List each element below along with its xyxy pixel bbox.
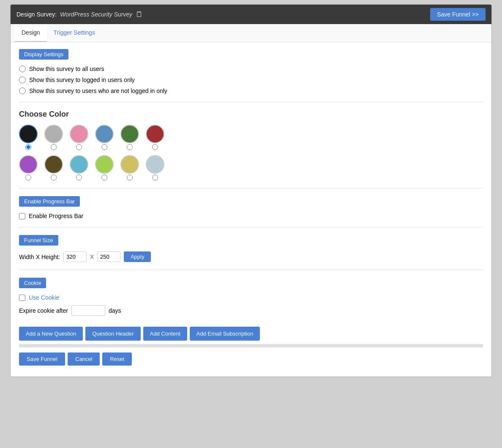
color-radio-black[interactable] xyxy=(25,144,31,150)
save-funnel-button[interactable]: Save Funnel >> xyxy=(430,8,486,21)
color-radio-lime[interactable] xyxy=(101,175,107,180)
funnel-size-row: Width X Height: X Apply xyxy=(19,251,483,262)
color-grid xyxy=(19,125,483,180)
titlebar-prefix: Design Survey: xyxy=(16,11,57,18)
tabs-bar: Design Trigger Settings xyxy=(11,24,491,42)
radio-option-logged-in: Show this survey to logged in users only xyxy=(19,76,483,83)
display-settings-header: Display Settings xyxy=(19,49,68,60)
color-radio-gray[interactable] xyxy=(51,144,57,150)
radio-option-not-logged-in: Show this survey to users who are not lo… xyxy=(19,87,483,94)
progress-bar-checkbox-option: Enable Progress Bar xyxy=(19,213,483,219)
divider-4 xyxy=(19,270,483,270)
color-swatch-light-blue xyxy=(70,155,88,180)
color-circle-lime[interactable] xyxy=(95,155,114,174)
color-circle-yellow[interactable] xyxy=(120,155,139,174)
color-radio-green[interactable] xyxy=(127,144,133,150)
funnel-size-header: Funnel Size xyxy=(19,235,58,246)
radio-option-all-users: Show this survey to all users xyxy=(19,66,483,72)
color-swatch-blue xyxy=(95,125,114,150)
color-circle-light-blue[interactable] xyxy=(70,155,88,174)
apply-button[interactable]: Apply xyxy=(124,251,151,262)
color-circle-green[interactable] xyxy=(120,125,139,143)
color-circle-gray[interactable] xyxy=(44,125,63,143)
cookie-header: Cookie xyxy=(19,278,46,288)
funnel-size-label: Width X Height: xyxy=(19,254,60,260)
color-radio-light-gray[interactable] xyxy=(152,175,158,180)
titlebar-left: Design Survey: WordPress Security Survey… xyxy=(16,10,143,19)
use-cookie-label[interactable]: Use Cookie xyxy=(29,294,59,301)
save-funnel-footer-button[interactable]: Save Funnel xyxy=(19,352,65,366)
color-circle-black[interactable] xyxy=(19,125,38,143)
color-radio-blue[interactable] xyxy=(101,144,107,150)
color-radio-pink[interactable] xyxy=(76,144,82,150)
enable-progress-bar-header: Enable Progress Bar xyxy=(19,196,80,207)
divider-2 xyxy=(19,188,483,188)
color-swatch-purple xyxy=(19,155,38,180)
tab-trigger-settings[interactable]: Trigger Settings xyxy=(47,24,102,42)
main-content: Display Settings Show this survey to all… xyxy=(11,42,491,377)
radio-logged-in[interactable] xyxy=(19,76,26,83)
footer-actions: Save Funnel Cancel Reset xyxy=(19,352,483,370)
funnel-height-input[interactable] xyxy=(97,251,120,262)
add-content-button[interactable]: Add Content xyxy=(143,327,187,341)
x-separator: X xyxy=(90,254,94,260)
divider-3 xyxy=(19,227,483,227)
color-radio-purple[interactable] xyxy=(25,175,31,180)
progress-bar-checkbox[interactable] xyxy=(19,213,25,219)
reset-button[interactable]: Reset xyxy=(102,352,132,366)
color-radio-light-blue[interactable] xyxy=(76,175,82,180)
expire-days-input[interactable] xyxy=(71,305,105,316)
color-swatch-light-gray xyxy=(146,155,164,180)
radio-all-users[interactable] xyxy=(19,66,26,72)
color-row-2 xyxy=(19,155,483,180)
main-window: Design Survey: WordPress Security Survey… xyxy=(10,4,492,377)
cancel-button[interactable]: Cancel xyxy=(68,352,100,366)
divider-1 xyxy=(19,102,483,102)
color-swatch-green xyxy=(120,125,139,150)
color-row-1 xyxy=(19,125,483,150)
question-header-button[interactable]: Question Header xyxy=(85,327,140,341)
bottom-actions: Add a New Question Question Header Add C… xyxy=(19,322,483,341)
color-circle-purple[interactable] xyxy=(19,155,38,174)
color-swatch-red xyxy=(146,125,164,150)
color-circle-brown[interactable] xyxy=(44,155,63,174)
color-swatch-pink xyxy=(70,125,88,150)
scrollbar-area[interactable] xyxy=(19,344,483,347)
color-circle-red[interactable] xyxy=(146,125,164,143)
expire-suffix: days xyxy=(109,307,121,314)
document-icon: 🗒 xyxy=(136,10,143,19)
color-swatch-lime xyxy=(95,155,114,180)
color-swatch-black xyxy=(19,125,38,150)
add-email-subscription-button[interactable]: Add Email Subscription xyxy=(190,327,260,341)
color-circle-blue[interactable] xyxy=(95,125,114,143)
color-swatch-gray xyxy=(44,125,63,150)
titlebar-survey-name: WordPress Security Survey xyxy=(60,11,132,18)
use-cookie-checkbox[interactable] xyxy=(19,295,25,301)
color-swatch-yellow xyxy=(120,155,139,180)
funnel-width-input[interactable] xyxy=(63,251,87,262)
color-radio-red[interactable] xyxy=(152,144,158,150)
titlebar: Design Survey: WordPress Security Survey… xyxy=(11,5,491,24)
radio-all-users-label: Show this survey to all users xyxy=(29,66,104,72)
radio-not-logged-in-label: Show this survey to users who are not lo… xyxy=(29,87,167,94)
color-radio-yellow[interactable] xyxy=(127,175,133,180)
choose-color-title: Choose Color xyxy=(19,110,483,119)
progress-bar-label: Enable Progress Bar xyxy=(29,213,83,219)
radio-logged-in-label: Show this survey to logged in users only xyxy=(29,76,135,83)
radio-not-logged-in[interactable] xyxy=(19,87,26,94)
add-new-question-button[interactable]: Add a New Question xyxy=(19,327,83,341)
color-circle-pink[interactable] xyxy=(70,125,88,143)
color-swatch-brown xyxy=(44,155,63,180)
tab-design[interactable]: Design xyxy=(15,24,47,42)
color-radio-brown[interactable] xyxy=(51,175,57,180)
expire-row: Expire cookie after days xyxy=(19,305,483,316)
color-circle-light-gray[interactable] xyxy=(146,155,164,174)
use-cookie-option: Use Cookie xyxy=(19,294,483,301)
expire-prefix: Expire cookie after xyxy=(19,307,68,314)
